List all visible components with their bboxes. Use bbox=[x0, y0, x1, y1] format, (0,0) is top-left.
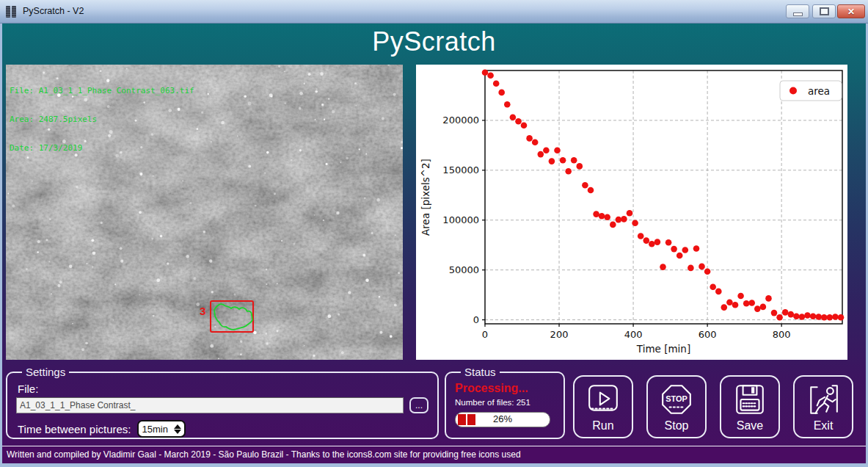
svg-text:STOP: STOP bbox=[665, 394, 688, 403]
area-chart-panel: 0200400600800050000100000150000200000Tim… bbox=[416, 65, 847, 360]
stop-sign-icon: STOP bbox=[660, 383, 693, 416]
svg-text:area: area bbox=[808, 85, 830, 97]
image-overlay-text: File: A1_03_1_1_Phase Contrast_063.tif A… bbox=[10, 67, 194, 172]
close-icon: ✕ bbox=[847, 7, 855, 17]
footer-credits: Written and compiled by Vladimir Gaal - … bbox=[2, 446, 866, 463]
interval-spinner[interactable]: 15min bbox=[137, 420, 186, 438]
floppy-disk-icon bbox=[733, 383, 767, 416]
status-legend: Status bbox=[461, 366, 500, 378]
svg-text:Area [pixels^2]: Area [pixels^2] bbox=[420, 159, 431, 236]
stop-label: Stop bbox=[665, 419, 689, 432]
maximize-icon bbox=[820, 7, 829, 15]
interval-value: 15min bbox=[139, 424, 173, 435]
running-exit-icon bbox=[806, 383, 840, 416]
svg-text:0: 0 bbox=[473, 314, 479, 325]
maximize-button[interactable] bbox=[812, 4, 836, 18]
detection-id-label: 3 bbox=[200, 305, 205, 317]
page-title: PyScratch bbox=[0, 26, 868, 57]
minimize-icon bbox=[793, 12, 803, 16]
svg-text:0: 0 bbox=[482, 329, 488, 340]
stop-button[interactable]: STOP Stop bbox=[646, 375, 707, 438]
app-window: PyScratch - V2 ✕ PyScratch bbox=[0, 0, 868, 467]
app-icon bbox=[6, 6, 18, 18]
microscopy-image-panel: 3 File: A1_03_1_1_Phase Contrast_063.tif… bbox=[6, 65, 403, 360]
window-border-left bbox=[0, 23, 2, 467]
spin-up-icon[interactable] bbox=[174, 424, 181, 429]
svg-text:150000: 150000 bbox=[442, 164, 479, 175]
svg-text:50000: 50000 bbox=[449, 264, 479, 275]
save-button[interactable]: Save bbox=[720, 375, 780, 438]
area-scatter-chart: 0200400600800050000100000150000200000Tim… bbox=[416, 65, 847, 360]
spin-down-icon[interactable] bbox=[174, 430, 181, 434]
overlay-area-line: Area: 2487.5pixels bbox=[10, 115, 194, 124]
progress-bar: 26% bbox=[455, 412, 550, 427]
progress-percent-label: 26% bbox=[456, 413, 550, 424]
overlay-file-line: File: A1_03_1_1_Phase Contrast_063.tif bbox=[10, 86, 194, 95]
window-border-bottom bbox=[0, 463, 868, 467]
processing-status-text: Processing... bbox=[455, 382, 555, 395]
window-title: PyScratch - V2 bbox=[23, 6, 84, 16]
settings-group: Settings File: ... Time between pictures… bbox=[6, 366, 439, 439]
status-group: Status Processing... Number of files: 25… bbox=[445, 366, 565, 439]
settings-legend: Settings bbox=[22, 366, 69, 378]
browse-button[interactable]: ... bbox=[409, 397, 428, 413]
title-bar[interactable]: PyScratch - V2 ✕ bbox=[0, 0, 868, 23]
minimize-button[interactable] bbox=[786, 4, 809, 18]
svg-text:Time [min]: Time [min] bbox=[636, 343, 690, 355]
svg-text:200: 200 bbox=[550, 329, 569, 340]
spinner-arrows-icon[interactable] bbox=[173, 424, 182, 434]
file-count-text: Number of files: 251 bbox=[455, 398, 555, 407]
exit-button[interactable]: Exit bbox=[793, 375, 853, 438]
svg-text:200000: 200000 bbox=[442, 115, 479, 126]
close-button[interactable]: ✕ bbox=[837, 4, 865, 18]
run-label: Run bbox=[592, 419, 613, 432]
play-icon bbox=[586, 383, 620, 416]
save-label: Save bbox=[737, 419, 763, 432]
svg-text:400: 400 bbox=[624, 329, 643, 340]
file-label: File: bbox=[18, 383, 428, 395]
svg-text:600: 600 bbox=[699, 329, 717, 340]
svg-text:800: 800 bbox=[773, 329, 791, 340]
exit-label: Exit bbox=[814, 419, 834, 432]
interval-label: Time between pictures: bbox=[18, 423, 131, 435]
run-button[interactable]: Run bbox=[573, 375, 633, 438]
overlay-date-line: Date: 17/3/2019 bbox=[10, 143, 194, 153]
file-input[interactable] bbox=[16, 397, 404, 413]
svg-text:100000: 100000 bbox=[442, 214, 479, 225]
